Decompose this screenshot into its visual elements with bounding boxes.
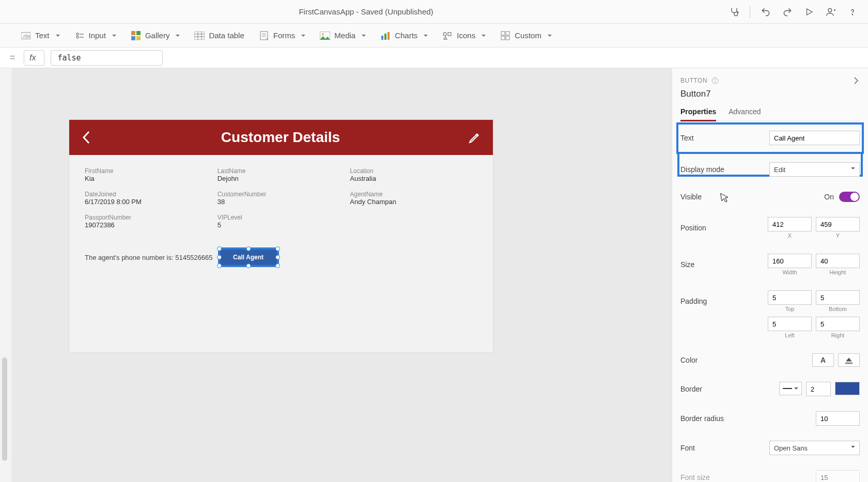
- resize-handle[interactable]: [275, 263, 280, 268]
- formula-input[interactable]: [51, 50, 163, 66]
- app-title: FirstCanvasApp - Saved (Unpublished): [4, 7, 728, 16]
- border-color-swatch[interactable]: [835, 382, 860, 395]
- app-tools: [728, 6, 864, 18]
- svg-rect-25: [384, 34, 386, 40]
- fx-label: fx: [29, 53, 36, 63]
- control-name: Button7: [680, 89, 860, 99]
- width-input[interactable]: [768, 254, 812, 268]
- selected-control[interactable]: Call Agent: [218, 247, 279, 267]
- pad-left-input[interactable]: [768, 317, 812, 331]
- play-icon[interactable]: [803, 6, 815, 18]
- tab-properties[interactable]: Properties: [680, 104, 716, 121]
- pos-x-input[interactable]: [768, 217, 812, 231]
- svg-rect-31: [501, 36, 505, 40]
- text-icon: Abc: [21, 30, 31, 41]
- ribbon-charts[interactable]: Charts: [380, 30, 428, 41]
- fill-color-button[interactable]: [838, 353, 860, 367]
- ribbon-custom-label: Custom: [515, 31, 541, 40]
- ribbon-media-label: Media: [334, 31, 355, 40]
- pad-bottom-input[interactable]: [816, 290, 860, 305]
- pos-y-input[interactable]: [816, 217, 860, 231]
- resize-handle[interactable]: [275, 246, 280, 251]
- ribbon-input[interactable]: Input: [74, 30, 116, 41]
- gallery-icon: [131, 30, 141, 41]
- ribbon-custom[interactable]: Custom: [500, 30, 552, 41]
- prop-label: Display mode: [680, 165, 724, 174]
- toggle-label: On: [824, 193, 834, 201]
- canvas-area: Customer Details FirstNameKia LastNameDe…: [12, 68, 672, 482]
- prop-label: Border radius: [680, 414, 724, 423]
- resize-handle[interactable]: [217, 255, 222, 260]
- svg-text:Abc: Abc: [23, 33, 30, 38]
- height-input[interactable]: [816, 254, 860, 268]
- edit-icon[interactable]: [468, 131, 482, 144]
- prop-border: Border: [680, 375, 860, 404]
- ribbon-text[interactable]: Abc Text: [21, 30, 60, 41]
- ribbon-media[interactable]: Media: [320, 30, 366, 41]
- svg-point-23: [322, 33, 324, 35]
- ribbon-forms-label: Forms: [273, 31, 296, 40]
- properties-panel: BUTTON Button7 Properties Advanced Text …: [672, 68, 868, 482]
- custom-icon: [500, 30, 510, 41]
- prop-displaymode: Display mode Edit: [680, 155, 860, 184]
- chevron-right-icon[interactable]: [853, 75, 860, 86]
- redo-icon[interactable]: [781, 6, 794, 18]
- call-agent-button[interactable]: Call Agent: [220, 250, 277, 265]
- svg-rect-14: [194, 32, 205, 40]
- svg-rect-26: [388, 32, 390, 40]
- icons-icon: [442, 30, 453, 41]
- scrollbar-thumb[interactable]: [2, 357, 7, 461]
- prop-label: Visible: [680, 193, 702, 201]
- ribbon-datatable[interactable]: Data table: [194, 30, 244, 41]
- ribbon-gallery-label: Gallery: [145, 31, 170, 40]
- ribbon-gallery[interactable]: Gallery: [131, 30, 180, 41]
- pad-right-input[interactable]: [816, 317, 860, 331]
- font-color-button[interactable]: A: [812, 353, 834, 367]
- resize-handle[interactable]: [217, 263, 222, 268]
- svg-point-0: [737, 11, 738, 13]
- prop-padding: Padding Top Bottom: [680, 283, 860, 315]
- font-size-input[interactable]: [816, 470, 860, 482]
- detail-fields: FirstNameKia LastNameDejohn LocationAust…: [69, 155, 493, 232]
- visible-toggle[interactable]: [839, 192, 860, 202]
- border-style-select[interactable]: [779, 382, 802, 395]
- media-icon: [320, 30, 330, 41]
- font-select[interactable]: Open Sans: [769, 441, 860, 455]
- resize-handle[interactable]: [275, 255, 280, 260]
- svg-point-2: [828, 8, 832, 12]
- resize-handle[interactable]: [246, 246, 251, 251]
- svg-rect-11: [136, 31, 141, 35]
- help-icon[interactable]: [846, 6, 859, 18]
- control-type: BUTTON: [680, 77, 719, 84]
- charts-icon: [380, 30, 391, 41]
- fx-selector[interactable]: fx: [24, 50, 44, 66]
- field-label: LastName: [218, 167, 345, 175]
- field-label: AgentName: [350, 191, 477, 198]
- field-value: 19072386: [85, 221, 212, 229]
- prop-label: Font: [680, 444, 695, 452]
- input-icon: [74, 30, 85, 41]
- svg-point-6: [76, 33, 79, 35]
- text-input[interactable]: [769, 131, 860, 145]
- help-icon[interactable]: [711, 77, 719, 84]
- field-label: DateJoined: [85, 191, 212, 198]
- app-screen: Customer Details FirstNameKia LastNameDe…: [69, 120, 493, 352]
- prop-font: Font Open Sans: [680, 433, 860, 463]
- resize-handle[interactable]: [217, 246, 222, 251]
- field-label: Location: [350, 167, 477, 175]
- screen-header: Customer Details: [69, 120, 493, 155]
- user-icon[interactable]: [825, 6, 837, 18]
- ribbon-icons[interactable]: Icons: [442, 30, 486, 41]
- pad-top-input[interactable]: [768, 290, 812, 305]
- diagnostics-icon[interactable]: [728, 6, 740, 18]
- border-width-input[interactable]: [806, 382, 831, 396]
- svg-rect-24: [381, 36, 383, 40]
- tab-advanced[interactable]: Advanced: [729, 104, 761, 121]
- svg-rect-10: [131, 31, 135, 35]
- border-radius-input[interactable]: [816, 411, 860, 426]
- ribbon-forms[interactable]: Forms: [259, 30, 306, 41]
- resize-handle[interactable]: [246, 263, 251, 268]
- undo-icon[interactable]: [760, 6, 772, 18]
- back-icon[interactable]: [81, 130, 93, 145]
- displaymode-select[interactable]: Edit: [769, 162, 860, 177]
